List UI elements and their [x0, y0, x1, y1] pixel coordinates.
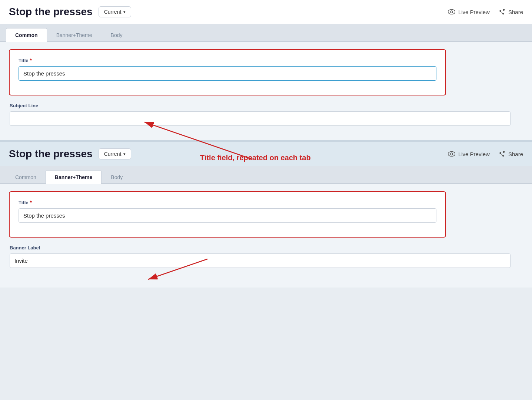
title-label-bottom: Title *: [19, 199, 436, 205]
subject-line-input-top[interactable]: [10, 111, 511, 126]
top-header: Stop the presses Current ▾ Live Preview: [0, 0, 532, 24]
share-icon-bottom: [499, 151, 505, 157]
share-icon-top: [499, 9, 505, 15]
eye-icon-bottom: [448, 151, 455, 157]
page-title-bottom: Stop the presses: [9, 148, 93, 160]
live-preview-label-bottom: Live Preview: [458, 151, 490, 157]
title-field-group-top: Title *: [19, 57, 436, 81]
right-edge-top: [518, 49, 523, 132]
annotation-text: Title field, repeated on each tab: [200, 154, 311, 162]
tab-banner-theme-bottom[interactable]: Banner+Theme: [46, 170, 102, 184]
banner-label-group-bottom: Banner Label: [10, 245, 511, 268]
current-dropdown-top[interactable]: Current ▾: [99, 6, 132, 17]
tab-body-bottom[interactable]: Body: [102, 170, 132, 184]
subject-line-label-top: Subject Line: [10, 103, 511, 108]
current-dropdown-bottom[interactable]: Current ▾: [99, 148, 132, 159]
tabs-bar-bottom: Common Banner+Theme Body: [0, 166, 532, 184]
form-area-top: Title * Subject Line: [0, 42, 532, 140]
svg-point-1: [450, 11, 453, 13]
bottom-panel: Stop the presses Current ▾ Live Preview: [0, 142, 532, 288]
live-preview-label-top: Live Preview: [458, 9, 490, 15]
dropdown-label-top: Current: [104, 9, 122, 15]
dropdown-label-bottom: Current: [104, 151, 122, 157]
live-preview-button-top[interactable]: Live Preview: [448, 9, 490, 15]
chevron-down-icon: ▾: [123, 10, 126, 14]
tab-common-bottom[interactable]: Common: [6, 170, 46, 184]
tab-common-top[interactable]: Common: [6, 28, 47, 42]
share-button-bottom[interactable]: Share: [499, 151, 523, 157]
required-star-top: *: [30, 57, 32, 63]
title-input-top[interactable]: [19, 66, 436, 81]
required-star-bottom: *: [30, 199, 32, 205]
chevron-down-icon-bottom: ▾: [123, 152, 126, 157]
header-right-bottom: Live Preview Share: [448, 151, 523, 157]
tab-banner-theme-top[interactable]: Banner+Theme: [47, 28, 102, 42]
top-panel: Stop the presses Current ▾ Live Preview: [0, 0, 532, 142]
share-button-top[interactable]: Share: [499, 9, 523, 15]
banner-label-input-bottom[interactable]: [10, 253, 511, 268]
share-label-top: Share: [508, 9, 523, 15]
title-card-bottom: Title *: [9, 191, 446, 238]
title-input-bottom[interactable]: [19, 208, 436, 223]
live-preview-button-bottom[interactable]: Live Preview: [448, 151, 490, 157]
svg-point-4: [448, 152, 455, 157]
header-right-top: Live Preview Share: [448, 9, 523, 15]
title-field-group-bottom: Title *: [19, 199, 436, 223]
page-title-top: Stop the presses: [9, 6, 93, 18]
banner-label-label-bottom: Banner Label: [10, 245, 511, 251]
share-label-bottom: Share: [508, 151, 523, 157]
title-card-top: Title *: [9, 49, 446, 95]
svg-point-5: [450, 153, 453, 155]
title-label-top: Title *: [19, 57, 436, 63]
tabs-bar-top: Common Banner+Theme Body: [0, 24, 532, 42]
right-edge-bottom: [518, 191, 523, 275]
svg-point-0: [448, 10, 455, 14]
eye-icon-top: [448, 9, 455, 14]
form-area-bottom: Title * Banner Label: [0, 184, 532, 288]
tab-body-top[interactable]: Body: [102, 28, 132, 42]
subject-line-group-top: Subject Line: [10, 103, 511, 126]
